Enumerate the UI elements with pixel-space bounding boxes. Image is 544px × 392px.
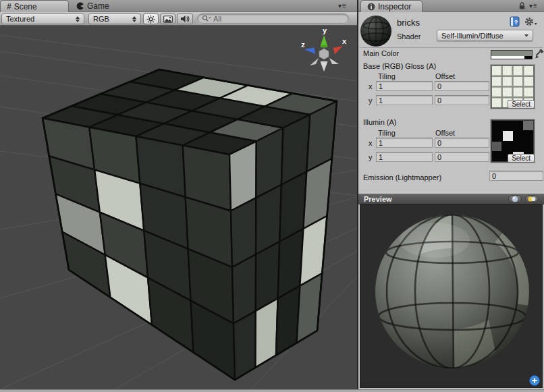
- gizmo-x-label: x: [342, 37, 347, 45]
- divider: [360, 47, 543, 48]
- gizmo-y-cone-base: [321, 45, 328, 48]
- illumin-texture-select-button[interactable]: Select: [508, 154, 535, 163]
- shader-field-label: Shader: [397, 32, 420, 40]
- gizmo-neg-axis-cone[interactable]: [310, 58, 319, 65]
- color-swatch-alpha-bar: [491, 56, 532, 59]
- light-toggle-icon: [527, 196, 537, 202]
- inspector-panel: Inspector ▾≡ bricks Shader Self-Illumin/…: [358, 0, 544, 389]
- info-icon: [367, 3, 375, 11]
- scene-toolbar: Textured RGB: [0, 12, 357, 26]
- base-tiling-label: Tiling: [378, 72, 396, 80]
- preview-sphere: [360, 205, 542, 387]
- scene-tabbar: # Scene Game ▾≡: [0, 0, 357, 12]
- scene-viewport[interactable]: y x z: [0, 26, 357, 389]
- preview-title: Preview: [364, 195, 505, 203]
- tab-scene-label: Scene: [14, 2, 37, 11]
- eyedropper-icon[interactable]: [535, 48, 544, 59]
- updown-arrows-icon: [132, 16, 136, 22]
- material-preview-area[interactable]: [360, 204, 543, 388]
- base-offset-y-field[interactable]: [435, 95, 489, 105]
- gizmo-x-cone[interactable]: [333, 46, 344, 55]
- illumin-row-x-label: x: [369, 139, 373, 147]
- gizmo-z-cone[interactable]: [304, 48, 315, 55]
- tab-inspector-label: Inspector: [378, 2, 411, 11]
- preview-lighting-button[interactable]: [525, 195, 539, 203]
- color-mode-dropdown[interactable]: RGB: [88, 13, 141, 24]
- illumin-offset-y-field[interactable]: [435, 152, 489, 162]
- textured-cube: [43, 69, 337, 380]
- search-input[interactable]: [213, 15, 344, 23]
- base-offset-x-field[interactable]: [435, 81, 489, 91]
- tab-scene[interactable]: # Scene: [0, 0, 69, 12]
- color-mode-value: RGB: [93, 15, 128, 23]
- material-preview-ball: [360, 16, 391, 47]
- scene-panel-menu[interactable]: ▾≡: [338, 2, 347, 9]
- sun-icon: [146, 15, 155, 24]
- illumin-offset-x-field[interactable]: [435, 138, 489, 148]
- scene-orientation-gizmo[interactable]: y x z: [301, 26, 347, 72]
- base-row-x-label: x: [369, 82, 373, 90]
- gear-icon[interactable]: [524, 17, 538, 27]
- material-ball-grid: [360, 16, 391, 47]
- gizmo-z-label: z: [301, 40, 305, 49]
- scene-audio-toggle[interactable]: [177, 13, 193, 24]
- lock-icon[interactable]: [518, 2, 526, 10]
- base-texture-thumbnail[interactable]: Select: [491, 65, 535, 109]
- illumin-row-y-label: y: [369, 153, 373, 161]
- render-mode-dropdown[interactable]: Textured: [1, 13, 84, 24]
- scene-grid-icon: #: [7, 2, 11, 11]
- base-tiling-x-field[interactable]: [376, 81, 433, 91]
- gizmo-neg-axis-cone[interactable]: [329, 58, 339, 64]
- illumin-offset-label: Offset: [435, 129, 455, 137]
- sphere-icon: [512, 196, 518, 202]
- color-swatch-rgb: [491, 51, 532, 56]
- gizmo-center-cube[interactable]: [319, 49, 329, 59]
- speaker-icon: [180, 15, 190, 23]
- base-texture-select-button[interactable]: Select: [508, 100, 535, 109]
- illumin-tiling-x-field[interactable]: [376, 138, 433, 148]
- scene-skybox-toggle[interactable]: [160, 13, 175, 24]
- illumin-tiling-y-field[interactable]: [376, 152, 433, 162]
- main-color-label: Main Color: [363, 49, 399, 57]
- preview-shape-button[interactable]: [508, 195, 522, 203]
- game-icon: [76, 2, 84, 10]
- illumin-tiling-label: Tiling: [378, 129, 396, 137]
- base-tiling-y-field[interactable]: [376, 95, 433, 105]
- tab-game-label: Game: [87, 1, 109, 11]
- gizmo-neg-axis-cone[interactable]: [321, 61, 328, 72]
- shader-dropdown[interactable]: Self-Illumin/Diffuse: [437, 30, 533, 41]
- scene-3d-view: y x z: [0, 26, 357, 389]
- inspector-tabbar: Inspector ▾≡: [358, 0, 544, 12]
- emission-label: Emission (Lightmapper): [363, 173, 441, 181]
- scene-search-field[interactable]: [197, 13, 349, 24]
- inspector-panel-menu[interactable]: ▾≡: [529, 2, 538, 9]
- preview-add-button[interactable]: [529, 375, 540, 386]
- help-icon[interactable]: ?: [510, 16, 520, 27]
- window-bottom-edge: [0, 389, 544, 392]
- tab-game[interactable]: Game: [70, 0, 117, 12]
- shader-value: Self-Illumin/Diffuse: [441, 32, 504, 40]
- search-icon: [202, 15, 211, 22]
- illumin-texture-thumbnail[interactable]: Select: [491, 119, 535, 163]
- main-color-swatch[interactable]: [491, 50, 533, 59]
- emission-field[interactable]: [489, 171, 543, 181]
- color-swatch-alpha-end: [524, 56, 532, 59]
- svg-text:?: ?: [514, 19, 518, 26]
- render-mode-value: Textured: [6, 15, 72, 23]
- tab-inspector[interactable]: Inspector: [360, 0, 423, 12]
- preview-header[interactable]: Preview: [358, 194, 544, 204]
- base-section-label: Base (RGB) Gloss (A): [363, 62, 436, 70]
- image-icon: [163, 16, 173, 23]
- gizmo-y-cone[interactable]: [321, 35, 328, 47]
- updown-arrows-icon: [76, 16, 80, 22]
- scene-panel: # Scene Game ▾≡ Textured RGB: [0, 0, 357, 389]
- base-row-y-label: y: [369, 96, 373, 105]
- gizmo-y-label: y: [323, 26, 327, 34]
- chevron-down-icon: [524, 34, 528, 37]
- illumin-section-label: Illumin (A): [363, 118, 397, 126]
- base-offset-label: Offset: [435, 72, 455, 80]
- material-name: bricks: [397, 18, 420, 28]
- scene-lighting-toggle[interactable]: [143, 13, 159, 24]
